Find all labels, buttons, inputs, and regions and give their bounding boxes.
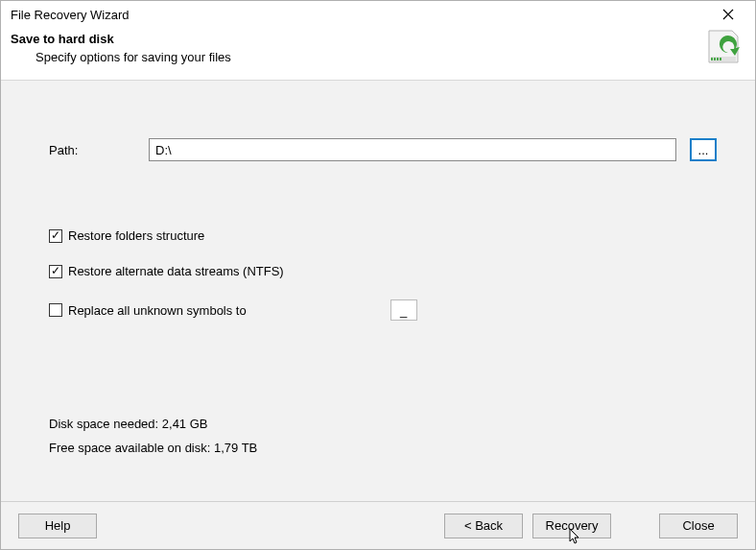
svg-rect-3 [711,58,713,60]
hard-disk-icon [703,28,744,72]
svg-rect-6 [720,58,721,60]
path-input[interactable] [149,138,676,161]
replace-symbols-input[interactable] [390,299,417,321]
disk-space-needed: Disk space needed: 2,41 GB [49,417,717,431]
page-title: Save to hard disk [11,32,745,46]
disk-free-space: Free space available on disk: 1,79 TB [49,441,717,455]
back-button[interactable]: < Back [444,514,523,538]
restore-folders-label: Restore folders structure [68,228,204,243]
page-subtitle: Specify options for saving your files [35,50,745,64]
svg-rect-5 [717,58,719,60]
close-button[interactable]: Close [659,514,738,538]
recovery-button[interactable]: Recovery [532,514,611,538]
restore-folders-checkbox[interactable] [49,229,62,243]
restore-ads-checkbox[interactable] [49,265,62,278]
close-icon[interactable] [709,3,747,26]
window-title: File Recovery Wizard [11,8,709,22]
replace-symbols-label: Replace all unknown symbols to [68,303,247,318]
restore-ads-label: Restore alternate data streams (NTFS) [68,264,284,278]
path-label: Path: [49,143,135,157]
replace-symbols-checkbox[interactable] [49,303,62,317]
help-button[interactable]: Help [18,514,97,538]
browse-button[interactable]: ... [690,138,717,161]
svg-rect-4 [714,58,716,60]
